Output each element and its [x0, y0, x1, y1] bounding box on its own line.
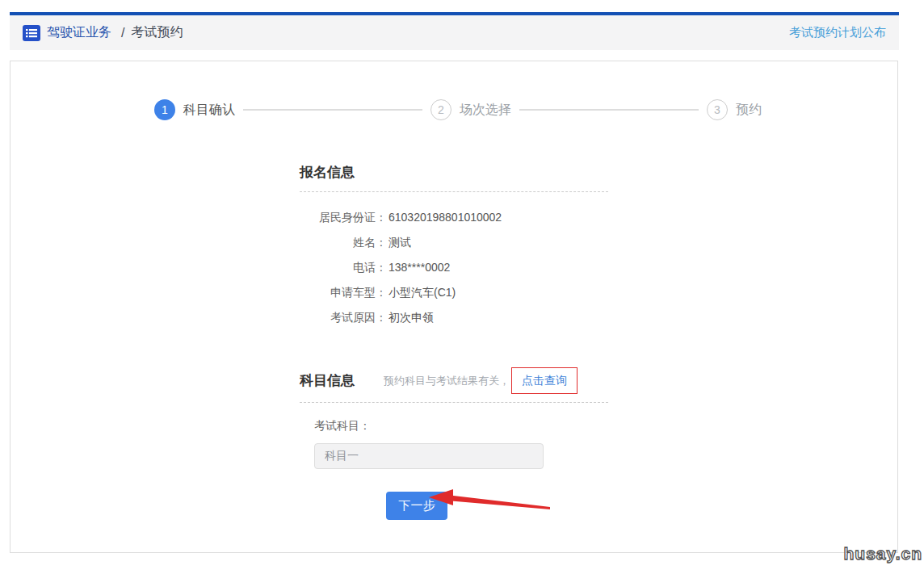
step-session-select: 2 场次选择	[430, 99, 511, 120]
field-row-exam-reason: 考试原因： 初次申领	[300, 305, 608, 330]
form-column: 报名信息 居民身份证： 610320198801010002 姓名： 测试 电话…	[300, 163, 608, 520]
exam-subject-label: 考试科目：	[314, 419, 608, 434]
breadcrumb-current-page: 考试预约	[131, 24, 183, 41]
list-icon	[23, 24, 40, 42]
field-row-name: 姓名： 测试	[300, 230, 608, 255]
exam-subject-input[interactable]	[314, 443, 544, 469]
step-3-circle: 3	[707, 99, 728, 120]
step-connector-2	[519, 109, 699, 111]
subject-title: 科目信息	[300, 371, 355, 390]
field-row-id-card: 居民身份证： 610320198801010002	[300, 205, 608, 230]
step-2-circle: 2	[430, 99, 452, 120]
field-label: 电话：	[300, 255, 387, 280]
field-label: 姓名：	[300, 230, 387, 255]
subject-section: 科目信息 预约科目与考试结果有关， 点击查询 考试科目： 下一步	[300, 367, 608, 520]
header-bar: 驾驶证业务 / 考试预约 考试预约计划公布	[10, 15, 899, 50]
field-label: 考试原因：	[300, 305, 387, 330]
field-row-vehicle-type: 申请车型： 小型汽车(C1)	[300, 280, 608, 305]
step-2-label: 场次选择	[460, 102, 511, 119]
registration-fields: 居民身份证： 610320198801010002 姓名： 测试 电话： 138…	[300, 205, 608, 330]
subject-section-header: 科目信息 预约科目与考试结果有关， 点击查询	[300, 367, 608, 403]
registration-title: 报名信息	[300, 163, 355, 182]
stepper: 1 科目确认 2 场次选择 3 预约	[10, 99, 897, 120]
page: 驾驶证业务 / 考试预约 考试预约计划公布 1 科目确认 2 场次选择 3 预约	[0, 0, 924, 574]
exam-plan-announcement-link[interactable]: 考试预约计划公布	[789, 25, 886, 40]
step-appointment: 3 预约	[707, 99, 762, 120]
registration-section-header: 报名信息	[300, 163, 608, 192]
field-value: 138****0002	[388, 255, 450, 280]
field-value: 610320198801010002	[388, 205, 502, 230]
field-row-phone: 电话： 138****0002	[300, 255, 608, 280]
step-1-circle: 1	[154, 99, 175, 120]
query-link[interactable]: 点击查询	[522, 374, 567, 387]
step-subject-confirm: 1 科目确认	[154, 99, 235, 120]
field-label: 居民身份证：	[300, 205, 387, 230]
breadcrumb-separator: /	[121, 26, 124, 40]
breadcrumb: 驾驶证业务 / 考试预约	[23, 24, 183, 42]
next-step-button[interactable]: 下一步	[386, 492, 447, 520]
field-value: 测试	[388, 230, 411, 255]
field-label: 申请车型：	[300, 280, 387, 305]
breadcrumb-section-link[interactable]: 驾驶证业务	[47, 24, 111, 41]
field-value: 初次申领	[388, 305, 434, 330]
field-value: 小型汽车(C1)	[388, 280, 456, 305]
watermark: husay.cn	[844, 544, 922, 564]
subject-note: 预约科目与考试结果有关，	[384, 374, 510, 388]
step-1-label: 科目确认	[183, 102, 235, 119]
step-3-label: 预约	[736, 102, 762, 119]
step-connector-1	[243, 109, 422, 111]
query-link-highlight-box: 点击查询	[511, 367, 578, 394]
main-panel: 1 科目确认 2 场次选择 3 预约 报名信息 居民身份证：	[10, 61, 898, 553]
